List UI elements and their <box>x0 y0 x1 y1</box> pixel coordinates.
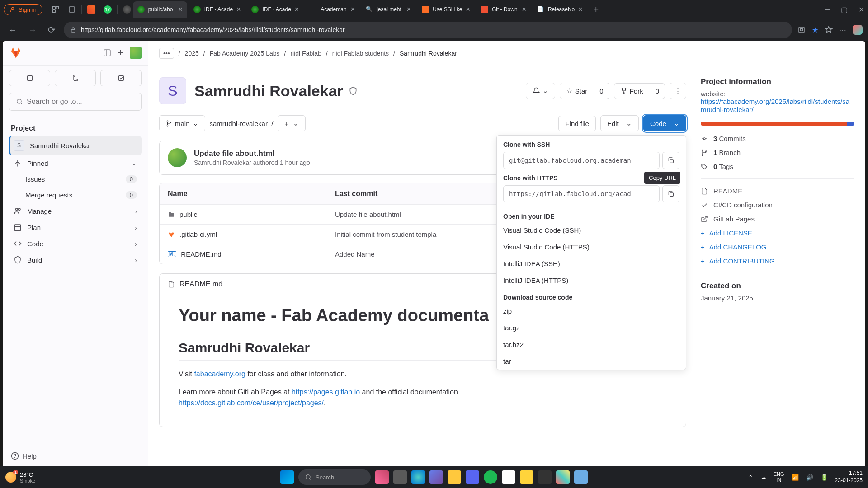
copy-https-button[interactable] <box>662 185 679 202</box>
code-button[interactable]: Code ⌄ <box>643 115 686 131</box>
search-input[interactable]: Search or go to... <box>9 93 142 111</box>
maximize-button[interactable]: ▢ <box>841 5 848 14</box>
open-intellij-ssh[interactable]: IntelliJ IDEA (SSH) <box>497 255 686 272</box>
issues-shortcut[interactable] <box>9 70 50 86</box>
taskbar-app[interactable] <box>411 470 425 484</box>
taskbar-app[interactable] <box>502 470 515 484</box>
sidebar-item-issues[interactable]: Issues 0 <box>9 171 142 187</box>
browser-tab[interactable]: IDE · Acade × <box>247 1 303 18</box>
taskbar-app[interactable] <box>520 470 533 484</box>
branch-selector[interactable]: main ⌄ <box>159 115 205 131</box>
close-tab-icon[interactable]: × <box>407 5 411 14</box>
browser-tab[interactable]: Academan × <box>305 1 359 18</box>
tray-cloud-icon[interactable]: ☁ <box>760 474 766 481</box>
language-indicator[interactable]: ENGIN <box>774 471 784 483</box>
pinned-tab-2[interactable]: 17 <box>104 5 112 14</box>
find-file-button[interactable]: Find file <box>558 116 596 131</box>
collections-icon[interactable] <box>68 5 76 14</box>
browser-tab[interactable]: Use SSH ke × <box>417 1 475 18</box>
website-link[interactable]: https://fabacademy.org/2025/labs/riidl/s… <box>701 98 849 113</box>
merge-requests-shortcut[interactable] <box>55 70 96 86</box>
tray-chevron-icon[interactable]: ⌃ <box>748 474 753 481</box>
taskbar-app[interactable] <box>375 470 389 484</box>
url-input[interactable]: https://gitlab.fabcloud.org/academany/fa… <box>64 22 792 38</box>
repo-path[interactable]: samrudhi-rovalekar / <box>210 120 274 127</box>
panel-toggle-icon[interactable] <box>103 49 111 57</box>
browser-tab[interactable]: 🔍 jesal meht × <box>361 1 415 18</box>
close-tab-icon[interactable]: × <box>236 5 241 14</box>
download-tarbz2[interactable]: tar.bz2 <box>497 336 686 353</box>
favorites-icon[interactable] <box>825 26 833 34</box>
browser-tab[interactable]: 📄 ReleaseNo × <box>533 1 587 18</box>
download-zip[interactable]: zip <box>497 303 686 319</box>
close-tab-icon[interactable]: × <box>578 5 582 14</box>
sidebar-item-code[interactable]: Code › <box>9 235 142 252</box>
taskbar-app[interactable] <box>538 470 552 484</box>
menu-icon[interactable]: ⋯ <box>839 26 846 34</box>
close-button[interactable]: ✕ <box>859 5 864 14</box>
commits-stat[interactable]: 3 Commits <box>701 135 854 142</box>
wifi-icon[interactable]: 📶 <box>792 474 799 481</box>
edit-button[interactable]: Edit ⌄ <box>600 115 639 131</box>
gitlab-logo[interactable] <box>9 46 23 60</box>
sidebar-item-plan[interactable]: Plan › <box>9 219 142 235</box>
sidebar-help[interactable]: Help <box>3 446 148 466</box>
open-intellij-https[interactable]: IntelliJ IDEA (HTTPS) <box>497 272 686 289</box>
back-button[interactable]: ← <box>5 22 20 38</box>
sidebar-item-project[interactable]: S Samrudhi Rovalekar <box>9 136 142 155</box>
sidebar-item-pinned[interactable]: Pinned ⌄ <box>9 155 142 171</box>
add-changelog-link[interactable]: +Add CHANGELOG <box>701 243 854 251</box>
add-contributing-link[interactable]: +Add CONTRIBUTING <box>701 257 854 265</box>
clock[interactable]: 17:5123-01-2025 <box>835 470 863 484</box>
taskbar-app[interactable] <box>466 470 479 484</box>
more-actions-button[interactable]: ⋮ <box>670 83 686 99</box>
taskbar-search[interactable]: Search <box>298 469 371 485</box>
taskbar-app[interactable] <box>556 470 570 484</box>
add-license-link[interactable]: +Add LICENSE <box>701 229 854 237</box>
browser-tab[interactable]: IDE · Acade × <box>189 1 245 18</box>
fork-count[interactable]: 0 <box>650 83 665 99</box>
pinned-tab-1[interactable] <box>87 5 95 14</box>
sidebar-item-build[interactable]: Build › <box>9 252 142 268</box>
favorite-icon[interactable]: ★ <box>812 26 818 34</box>
star-count[interactable]: 0 <box>594 83 609 99</box>
weather-widget[interactable]: 1 28°C Smoke <box>5 471 35 483</box>
taskbar-app[interactable] <box>574 470 588 484</box>
taskbar-app[interactable] <box>448 470 461 484</box>
new-tab-button[interactable]: + <box>594 5 599 15</box>
download-tar[interactable]: tar <box>497 353 686 370</box>
workspaces-icon[interactable] <box>52 5 60 14</box>
todos-shortcut[interactable] <box>100 70 142 86</box>
readme-link[interactable]: README <box>701 187 854 195</box>
taskbar-app[interactable] <box>429 470 443 484</box>
add-file-button[interactable]: + ⌄ <box>278 115 306 131</box>
add-icon[interactable]: + <box>118 47 123 59</box>
breadcrumb-more[interactable]: ••• <box>159 48 174 59</box>
start-button[interactable] <box>280 470 294 484</box>
close-tab-icon[interactable]: × <box>178 5 182 14</box>
forward-button[interactable]: → <box>25 22 40 38</box>
close-tab-icon[interactable]: × <box>466 5 470 14</box>
browser-tab[interactable]: Git - Down × <box>476 1 531 18</box>
browser-tab[interactable]: public/abo × <box>133 1 187 18</box>
pages-link[interactable]: GitLab Pages <box>701 215 854 223</box>
breadcrumb-item[interactable]: riidl Fablab students <box>332 50 389 57</box>
sidebar-item-manage[interactable]: Manage › <box>9 203 142 219</box>
minimize-button[interactable]: ─ <box>825 5 830 14</box>
breadcrumb-item[interactable]: riidl Fablab <box>290 50 321 57</box>
close-tab-icon[interactable]: × <box>522 5 526 14</box>
tags-stat[interactable]: 0 Tags <box>701 163 854 170</box>
download-targz[interactable]: tar.gz <box>497 319 686 336</box>
cicd-link[interactable]: CI/CD configuration <box>701 201 854 209</box>
sign-in-button[interactable]: Sign in <box>4 4 42 15</box>
sidebar-item-merge-requests[interactable]: Merge requests 0 <box>9 187 142 203</box>
volume-icon[interactable]: 🔊 <box>806 474 813 481</box>
battery-icon[interactable]: 🔋 <box>821 474 828 481</box>
readme-link[interactable]: fabacademy.org <box>194 370 245 378</box>
open-vscode-https[interactable]: Visual Studio Code (HTTPS) <box>497 239 686 255</box>
ssh-url-input[interactable]: git@gitlab.fabcloud.org:academan <box>503 152 660 169</box>
copy-ssh-button[interactable] <box>662 152 679 169</box>
open-vscode-ssh[interactable]: Visual Studio Code (SSH) <box>497 222 686 239</box>
pinned-tab-3[interactable] <box>123 5 131 14</box>
extension-icon[interactable] <box>797 26 806 34</box>
